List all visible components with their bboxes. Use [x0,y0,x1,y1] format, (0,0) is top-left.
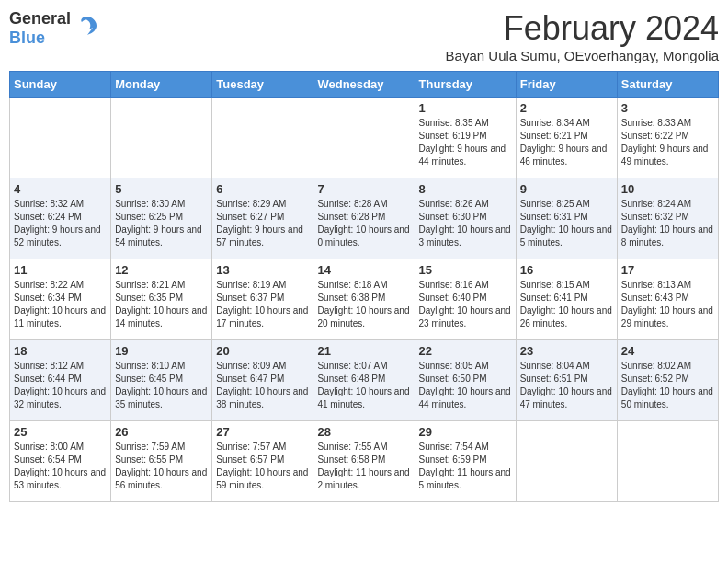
table-row: 22Sunrise: 8:05 AM Sunset: 6:50 PM Dayli… [415,340,516,421]
calendar-row-2: 4Sunrise: 8:32 AM Sunset: 6:24 PM Daylig… [10,178,719,259]
table-row [212,98,313,178]
table-row: 24Sunrise: 8:02 AM Sunset: 6:52 PM Dayli… [617,340,718,421]
table-row: 27Sunrise: 7:57 AM Sunset: 6:57 PM Dayli… [212,421,313,502]
day-number: 16 [520,263,613,277]
day-info: Sunrise: 8:05 AM Sunset: 6:50 PM Dayligh… [419,360,512,411]
table-row [617,421,718,502]
day-info: Sunrise: 8:28 AM Sunset: 6:28 PM Dayligh… [317,198,410,249]
title-section: February 2024 Bayan Uula Sumu, OEvoerhan… [446,9,719,63]
header-thursday: Thursday [415,72,516,98]
logo-bird-icon [74,13,100,44]
day-info: Sunrise: 8:25 AM Sunset: 6:31 PM Dayligh… [520,198,613,249]
logo-text: General Blue [9,9,71,48]
day-number: 7 [317,182,410,196]
month-title: February 2024 [446,9,719,48]
table-row: 3Sunrise: 8:33 AM Sunset: 6:22 PM Daylig… [617,98,718,178]
day-number: 6 [216,182,309,196]
day-info: Sunrise: 8:33 AM Sunset: 6:22 PM Dayligh… [621,117,714,168]
day-info: Sunrise: 8:19 AM Sunset: 6:37 PM Dayligh… [216,279,309,330]
day-number: 10 [621,182,714,196]
day-number: 3 [621,101,714,115]
day-info: Sunrise: 8:04 AM Sunset: 6:51 PM Dayligh… [520,360,613,411]
logo-general: General [9,9,71,28]
day-number: 8 [419,182,512,196]
table-row: 5Sunrise: 8:30 AM Sunset: 6:25 PM Daylig… [111,178,212,259]
day-number: 20 [216,344,309,358]
table-row: 15Sunrise: 8:16 AM Sunset: 6:40 PM Dayli… [415,259,516,340]
table-row: 25Sunrise: 8:00 AM Sunset: 6:54 PM Dayli… [10,421,111,502]
table-row: 18Sunrise: 8:12 AM Sunset: 6:44 PM Dayli… [10,340,111,421]
header-sunday: Sunday [10,72,111,98]
day-info: Sunrise: 8:16 AM Sunset: 6:40 PM Dayligh… [419,279,512,330]
table-row: 6Sunrise: 8:29 AM Sunset: 6:27 PM Daylig… [212,178,313,259]
day-info: Sunrise: 7:57 AM Sunset: 6:57 PM Dayligh… [216,441,309,492]
table-row: 8Sunrise: 8:26 AM Sunset: 6:30 PM Daylig… [415,178,516,259]
day-info: Sunrise: 8:21 AM Sunset: 6:35 PM Dayligh… [115,279,208,330]
day-number: 18 [14,344,107,358]
day-info: Sunrise: 8:24 AM Sunset: 6:32 PM Dayligh… [621,198,714,249]
day-info: Sunrise: 7:59 AM Sunset: 6:55 PM Dayligh… [115,441,208,492]
day-number: 9 [520,182,613,196]
table-row: 16Sunrise: 8:15 AM Sunset: 6:41 PM Dayli… [516,259,617,340]
day-info: Sunrise: 8:26 AM Sunset: 6:30 PM Dayligh… [419,198,512,249]
table-row: 17Sunrise: 8:13 AM Sunset: 6:43 PM Dayli… [617,259,718,340]
day-info: Sunrise: 8:10 AM Sunset: 6:45 PM Dayligh… [115,360,208,411]
table-row: 11Sunrise: 8:22 AM Sunset: 6:34 PM Dayli… [10,259,111,340]
header-tuesday: Tuesday [212,72,313,98]
day-info: Sunrise: 8:30 AM Sunset: 6:25 PM Dayligh… [115,198,208,249]
table-row: 1Sunrise: 8:35 AM Sunset: 6:19 PM Daylig… [415,98,516,178]
calendar: Sunday Monday Tuesday Wednesday Thursday… [9,71,719,502]
header-wednesday: Wednesday [313,72,415,98]
day-number: 23 [520,344,613,358]
day-info: Sunrise: 8:09 AM Sunset: 6:47 PM Dayligh… [216,360,309,411]
day-info: Sunrise: 8:07 AM Sunset: 6:48 PM Dayligh… [317,360,410,411]
day-number: 22 [419,344,512,358]
day-number: 19 [115,344,208,358]
day-number: 28 [317,425,410,439]
table-row: 20Sunrise: 8:09 AM Sunset: 6:47 PM Dayli… [212,340,313,421]
table-row: 23Sunrise: 8:04 AM Sunset: 6:51 PM Dayli… [516,340,617,421]
header-saturday: Saturday [617,72,718,98]
header-friday: Friday [516,72,617,98]
table-row: 2Sunrise: 8:34 AM Sunset: 6:21 PM Daylig… [516,98,617,178]
table-row: 9Sunrise: 8:25 AM Sunset: 6:31 PM Daylig… [516,178,617,259]
table-row [516,421,617,502]
day-info: Sunrise: 8:15 AM Sunset: 6:41 PM Dayligh… [520,279,613,330]
day-number: 12 [115,263,208,277]
table-row: 21Sunrise: 8:07 AM Sunset: 6:48 PM Dayli… [313,340,415,421]
calendar-row-1: 1Sunrise: 8:35 AM Sunset: 6:19 PM Daylig… [10,98,719,178]
header: General Blue February 2024 Bayan Uula Su… [9,9,719,63]
day-number: 27 [216,425,309,439]
location-subtitle: Bayan Uula Sumu, OEvoerhangay, Mongolia [446,48,719,63]
day-info: Sunrise: 8:22 AM Sunset: 6:34 PM Dayligh… [14,279,107,330]
table-row [313,98,415,178]
day-info: Sunrise: 8:12 AM Sunset: 6:44 PM Dayligh… [14,360,107,411]
day-info: Sunrise: 7:55 AM Sunset: 6:58 PM Dayligh… [317,441,410,492]
table-row: 12Sunrise: 8:21 AM Sunset: 6:35 PM Dayli… [111,259,212,340]
day-number: 17 [621,263,714,277]
calendar-row-4: 18Sunrise: 8:12 AM Sunset: 6:44 PM Dayli… [10,340,719,421]
day-info: Sunrise: 8:29 AM Sunset: 6:27 PM Dayligh… [216,198,309,249]
day-number: 14 [317,263,410,277]
logo: General Blue [9,9,100,48]
table-row: 14Sunrise: 8:18 AM Sunset: 6:38 PM Dayli… [313,259,415,340]
day-number: 1 [419,101,512,115]
table-row: 29Sunrise: 7:54 AM Sunset: 6:59 PM Dayli… [415,421,516,502]
day-number: 13 [216,263,309,277]
day-info: Sunrise: 8:32 AM Sunset: 6:24 PM Dayligh… [14,198,107,249]
table-row: 4Sunrise: 8:32 AM Sunset: 6:24 PM Daylig… [10,178,111,259]
day-info: Sunrise: 7:54 AM Sunset: 6:59 PM Dayligh… [419,441,512,492]
day-number: 4 [14,182,107,196]
table-row [10,98,111,178]
day-number: 15 [419,263,512,277]
table-row: 28Sunrise: 7:55 AM Sunset: 6:58 PM Dayli… [313,421,415,502]
calendar-row-3: 11Sunrise: 8:22 AM Sunset: 6:34 PM Dayli… [10,259,719,340]
day-number: 11 [14,263,107,277]
table-row: 26Sunrise: 7:59 AM Sunset: 6:55 PM Dayli… [111,421,212,502]
logo-blue: Blue [9,29,45,47]
day-number: 2 [520,101,613,115]
day-number: 5 [115,182,208,196]
day-info: Sunrise: 8:00 AM Sunset: 6:54 PM Dayligh… [14,441,107,492]
table-row: 10Sunrise: 8:24 AM Sunset: 6:32 PM Dayli… [617,178,718,259]
weekday-header-row: Sunday Monday Tuesday Wednesday Thursday… [10,72,719,98]
